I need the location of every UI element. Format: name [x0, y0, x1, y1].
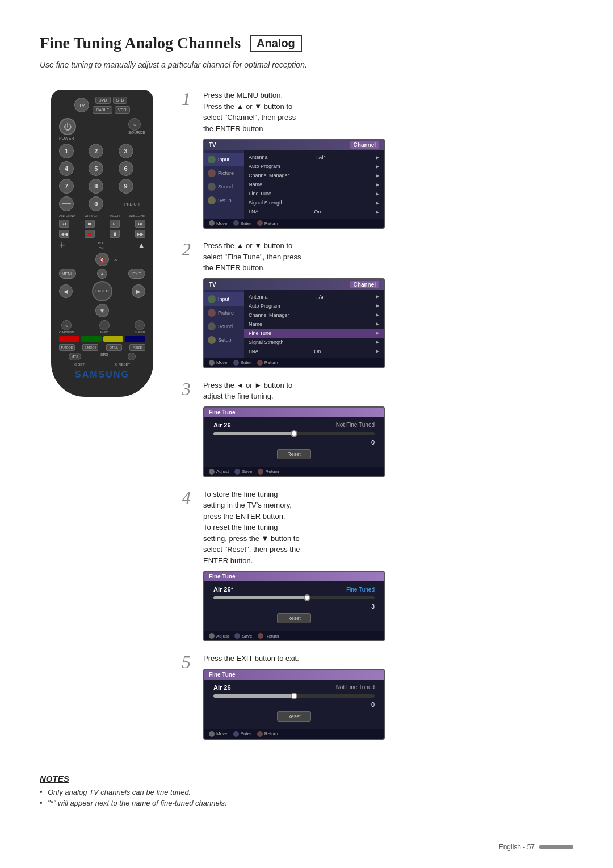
rew-button[interactable]: ⏮: [59, 220, 69, 228]
caption-button[interactable]: ⊙: [61, 320, 72, 330]
menu-button[interactable]: MENU: [59, 269, 76, 279]
num-3-button[interactable]: 3: [119, 144, 133, 158]
enter-label: Enter: [241, 221, 251, 226]
ft-value-5: 0: [213, 701, 375, 708]
srs-button[interactable]: [128, 353, 136, 360]
next-button[interactable]: ▶▶: [135, 230, 145, 238]
left-nav-button[interactable]: ◀: [59, 284, 73, 298]
num-5-button[interactable]: 5▪▪: [89, 161, 103, 176]
pmode-row: P.MODE S.MODE STILL F.SIZE: [59, 344, 145, 351]
antenna-arrow: ▶: [376, 155, 379, 160]
ft-enter-5: Enter: [233, 731, 251, 737]
ft-body-3: Air 26 Not Fine Tuned 0 Reset: [204, 417, 384, 467]
num-2-button[interactable]: 2: [89, 144, 103, 158]
power-button[interactable]: ⏻: [59, 118, 76, 135]
down-nav-button[interactable]: ▼: [95, 304, 109, 317]
ft-fill-3: [213, 432, 294, 435]
num-7-button[interactable]: 7: [59, 179, 74, 194]
ft-adjust-lbl-3: Adjust: [216, 469, 229, 474]
ft-adjust-4: Adjust: [209, 633, 229, 639]
cable-button[interactable]: CABLE: [93, 106, 112, 114]
chmgr-label: CH.MGR: [85, 214, 98, 217]
step-3-text: Press the ◄ or ► button to adjust the fi…: [203, 380, 573, 402]
oreset-label: O RESET: [115, 363, 130, 366]
ft-title-4: Fine Tune: [209, 573, 235, 580]
step-1-content: Press the MENU button. Press the ▲ or ▼ …: [203, 90, 573, 229]
finetune-menu-label: Fine Tune: [249, 191, 271, 196]
footer-enter: Enter: [233, 220, 251, 226]
ft-footer-3: Adjust Save Return: [204, 467, 384, 476]
ft-return-3: Return: [258, 469, 279, 475]
still-button[interactable]: STILL: [106, 344, 122, 351]
vcr-button[interactable]: VCR: [115, 106, 130, 114]
ft-move-5: Move: [209, 731, 228, 737]
num-6-button[interactable]: 6: [119, 161, 133, 176]
smode-button[interactable]: S.MODE: [82, 344, 98, 351]
tv-screen-step1: TV Channel Input: [203, 139, 385, 229]
play-button[interactable]: ⏯: [110, 220, 120, 228]
tv-button[interactable]: TV: [74, 98, 89, 112]
rec-button[interactable]: ⏺: [85, 230, 95, 238]
nav-bottom-row: ▼: [59, 304, 145, 317]
antenna-item-2: Antenna : Air ▶: [244, 292, 384, 301]
enter-button[interactable]: ENTER: [92, 281, 112, 301]
info-button[interactable]: i: [99, 320, 110, 330]
prev-button[interactable]: ◀◀: [59, 230, 69, 238]
num-9-button[interactable]: 9: [119, 179, 133, 194]
sound-label: Sound: [218, 184, 233, 190]
exit-button[interactable]: EXIT: [128, 269, 145, 279]
stb-button[interactable]: STB: [113, 97, 128, 104]
step-2-text: Press the ▲ or ▼ button to select "Fine …: [203, 240, 573, 274]
tv-menu: Antenna : Air ▶ Auto Program ▶ Channel M…: [244, 150, 384, 219]
source-button[interactable]: ⊙: [128, 118, 141, 131]
antenna-menu-item: Antenna : Air ▶: [244, 153, 384, 162]
chanmgr-menu-item: Channel Manager ▶: [244, 171, 384, 180]
input-sidebar-2: Input: [204, 292, 244, 306]
ft-channel-3: Air 26: [213, 422, 231, 429]
ft-reset-3[interactable]: Reset: [277, 449, 311, 459]
num-dash-button[interactable]: —: [59, 196, 74, 211]
mts-button[interactable]: MTS: [69, 353, 81, 360]
mute-button[interactable]: 🔇: [95, 253, 109, 266]
pause-button[interactable]: ⏸: [110, 230, 120, 238]
finetune-arrow: ▶: [376, 191, 379, 196]
transport-row: ⏮ ⏹ ⏯ ⏭: [59, 220, 145, 228]
signal-lbl-2: Signal Strength: [249, 339, 284, 345]
fsize-button[interactable]: F.SIZE: [129, 344, 145, 351]
green-button[interactable]: [81, 336, 102, 342]
dvd-button[interactable]: DVD: [95, 97, 111, 104]
blue-button[interactable]: [125, 336, 145, 342]
sleep-button[interactable]: z: [135, 320, 145, 330]
ft-slider-3: [213, 432, 375, 435]
tv-sidebar: Input Picture Sound: [204, 150, 244, 219]
step-3: 3 Press the ◄ or ► button to adjust the …: [182, 380, 573, 477]
step-4: 4 To store the fine tuning setting in th…: [182, 489, 573, 642]
ft-reset-4[interactable]: Reset: [277, 613, 311, 623]
num-4-button[interactable]: 4: [59, 161, 74, 176]
fine-tune-screen-step5: Fine Tune Air 26 Not Fine Tuned: [203, 669, 385, 740]
ff-button[interactable]: ⏭: [135, 220, 145, 228]
yellow-button[interactable]: [103, 336, 124, 342]
ft-reset-5[interactable]: Reset: [277, 711, 311, 722]
up-nav-button[interactable]: ▲: [97, 269, 107, 279]
fine-tune-screen-step4: Fine Tune Air 26* Fine Tuned: [203, 571, 385, 641]
ch-up-button[interactable]: ▲: [137, 241, 145, 250]
setup-label: Setup: [218, 198, 232, 203]
antenna-label: ANTENNA: [59, 214, 75, 217]
num-0-button[interactable]: 0: [89, 196, 103, 211]
num-8-button[interactable]: 8: [89, 179, 103, 194]
notes-list: Only analog TV channels can be fine tune…: [40, 788, 573, 807]
red-button[interactable]: [59, 336, 79, 342]
sound-label-2: Sound: [218, 324, 233, 329]
channel-highlight: Channel: [350, 141, 379, 149]
lna-label: LNA: [249, 209, 259, 215]
ft-title-3: Fine Tune: [209, 409, 235, 416]
vol-plus-button[interactable]: +: [59, 240, 65, 250]
setup-icon-2: [208, 336, 216, 344]
stop-button[interactable]: ⏹: [85, 220, 95, 228]
num-1-button[interactable]: 1: [59, 144, 74, 158]
step-1-number: 1: [182, 90, 194, 108]
pmode-button[interactable]: P.MODE: [59, 344, 75, 351]
right-nav-button[interactable]: ▶: [132, 284, 145, 298]
ft-save-lbl-4: Save: [242, 634, 252, 639]
